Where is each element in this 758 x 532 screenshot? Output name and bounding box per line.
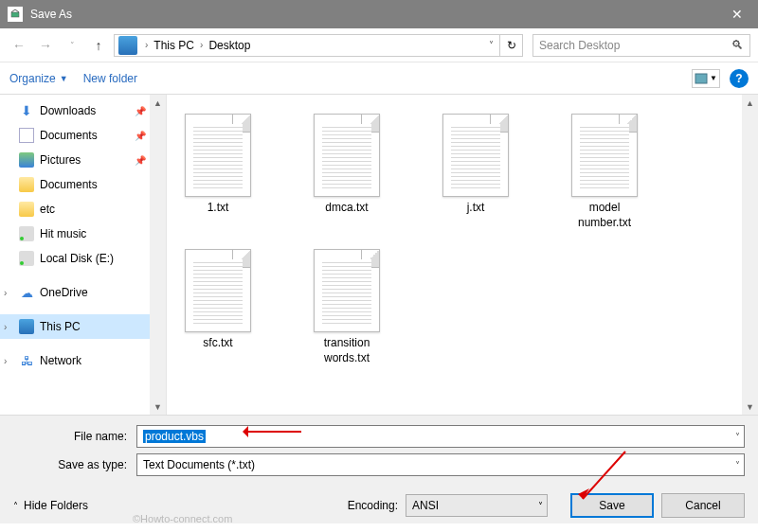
filegrid-scrollbar[interactable]: ▲ ▼ <box>742 95 758 415</box>
file-grid[interactable]: 1.txtdmca.txtj.txtmodel number.txtsfc.tx… <box>167 95 758 415</box>
savetype-label: Save as type: <box>13 458 136 471</box>
file-label: sfc.txt <box>176 336 260 351</box>
sidebar-item-pictures[interactable]: Pictures📌 <box>0 148 150 172</box>
document-icon <box>19 128 34 143</box>
savetype-select[interactable]: Text Documents (*.txt) ˅ <box>136 453 745 476</box>
window-title: Save As <box>30 8 72 21</box>
sidebar-item-label: Network <box>40 354 81 367</box>
chevron-right-icon[interactable]: › <box>4 322 7 332</box>
chevron-right-icon[interactable]: › <box>4 356 7 366</box>
disk-icon <box>19 251 34 266</box>
file-item[interactable]: sfc.txt <box>176 249 260 365</box>
sidebar-item-this-pc[interactable]: ›This PC <box>0 314 150 339</box>
pin-icon: 📌 <box>135 155 146 166</box>
sidebar-item-documents[interactable]: Documents📌 <box>0 123 150 148</box>
toolbar: Organize ▼ New folder ▼ ? <box>0 62 758 95</box>
sidebar-item-label: Documents <box>40 129 98 142</box>
encoding-select[interactable]: ANSI ˅ <box>406 494 548 517</box>
file-item[interactable]: 1.txt <box>176 114 260 230</box>
chevron-down-icon: ▼ <box>60 74 68 83</box>
scroll-up-icon[interactable]: ▲ <box>742 95 758 111</box>
app-icon <box>8 7 23 22</box>
titlebar: Save As ✕ <box>0 0 758 28</box>
save-button[interactable]: Save <box>570 493 654 518</box>
text-file-icon <box>442 114 509 197</box>
chevron-up-icon: ˄ <box>13 501 18 511</box>
chevron-down-icon[interactable]: ˅ <box>538 501 543 511</box>
view-button[interactable]: ▼ <box>692 69 720 88</box>
sidebar-scrollbar[interactable]: ▲ ▼ <box>150 95 166 415</box>
sidebar-item-onedrive[interactable]: ›☁OneDrive <box>0 280 150 305</box>
cloud-icon: ☁ <box>19 285 34 300</box>
breadcrumb-seg-thispc[interactable]: This PC <box>152 39 196 52</box>
forward-button[interactable]: → <box>34 34 57 57</box>
filename-value: product.vbs <box>143 430 206 443</box>
text-file-icon <box>185 114 251 197</box>
folder-icon <box>19 177 34 192</box>
chevron-right-icon[interactable]: › <box>4 288 7 298</box>
file-label: transition words.txt <box>305 336 388 365</box>
sidebar-item-label: Pictures <box>40 153 81 167</box>
sidebar: ⬇Downloads📌Documents📌Pictures📌Documentse… <box>0 95 167 415</box>
back-button[interactable]: ← <box>8 34 30 57</box>
encoding-value: ANSI <box>412 499 439 512</box>
scroll-up-icon[interactable]: ▲ <box>150 95 166 111</box>
text-file-icon <box>314 249 380 332</box>
nav-row: ← → ˅ ↑ › This PC › Desktop ˅ ↻ Search D… <box>0 28 758 62</box>
sidebar-item-label: Hit music <box>40 227 86 240</box>
file-label: j.txt <box>434 201 517 216</box>
new-folder-button[interactable]: New folder <box>83 72 137 85</box>
folder-icon <box>19 202 34 217</box>
savetype-value: Text Documents (*.txt) <box>143 458 255 471</box>
pc-icon <box>19 319 34 334</box>
sidebar-item-label: This PC <box>40 320 81 333</box>
file-label: 1.txt <box>176 201 260 216</box>
sidebar-item-local-disk-e-[interactable]: Local Disk (E:) <box>0 246 150 271</box>
chevron-right-icon: › <box>141 40 152 50</box>
sidebar-item-label: OneDrive <box>40 286 88 299</box>
history-dropdown[interactable]: ˅ <box>61 34 83 57</box>
sidebar-item-documents[interactable]: Documents <box>0 172 150 197</box>
search-icon: 🔍︎ <box>731 38 744 52</box>
svg-rect-1 <box>695 74 707 83</box>
hide-folders-button[interactable]: ˄ Hide Folders <box>13 499 88 512</box>
filename-label: File name: <box>13 430 136 443</box>
pictures-icon <box>19 152 34 168</box>
text-file-icon <box>571 114 638 197</box>
refresh-button[interactable]: ↻ <box>499 34 522 57</box>
file-item[interactable]: transition words.txt <box>305 249 388 365</box>
scroll-down-icon[interactable]: ▼ <box>742 399 758 415</box>
help-button[interactable]: ? <box>730 69 749 88</box>
chevron-down-icon[interactable]: ˅ <box>735 432 740 442</box>
sidebar-item-hit-music[interactable]: Hit music <box>0 222 150 246</box>
file-item[interactable]: j.txt <box>434 114 517 230</box>
search-input[interactable]: Search Desktop 🔍︎ <box>532 34 750 57</box>
bottom-panel: File name: product.vbs ˅ Save as type: T… <box>0 415 758 523</box>
file-label: dmca.txt <box>305 201 388 216</box>
svg-rect-0 <box>11 12 19 17</box>
file-item[interactable]: dmca.txt <box>305 114 388 230</box>
text-file-icon <box>185 249 251 332</box>
network-icon: 🖧 <box>19 353 34 368</box>
up-button[interactable]: ↑ <box>87 34 110 57</box>
breadcrumb-seg-desktop[interactable]: Desktop <box>207 39 252 52</box>
download-icon: ⬇ <box>19 103 34 118</box>
encoding-label: Encoding: <box>348 499 398 512</box>
search-placeholder: Search Desktop <box>539 39 620 52</box>
filename-input[interactable]: product.vbs ˅ <box>136 425 745 448</box>
organize-menu[interactable]: Organize ▼ <box>9 72 68 85</box>
sidebar-item-label: Local Disk (E:) <box>40 252 114 265</box>
disk-icon <box>19 226 34 241</box>
breadcrumb-dropdown[interactable]: ˅ <box>483 40 499 50</box>
file-item[interactable]: model number.txt <box>563 114 646 230</box>
scroll-down-icon[interactable]: ▼ <box>150 399 166 415</box>
chevron-down-icon[interactable]: ˅ <box>735 460 740 470</box>
sidebar-item-etc[interactable]: etc <box>0 197 150 222</box>
breadcrumb[interactable]: › This PC › Desktop ˅ ↻ <box>114 34 523 57</box>
sidebar-item-downloads[interactable]: ⬇Downloads📌 <box>0 98 150 123</box>
cancel-button[interactable]: Cancel <box>661 493 745 518</box>
chevron-right-icon: › <box>196 40 207 50</box>
close-button[interactable]: ✕ <box>715 0 758 28</box>
sidebar-item-network[interactable]: ›🖧Network <box>0 348 150 373</box>
pin-icon: 📌 <box>135 131 146 141</box>
